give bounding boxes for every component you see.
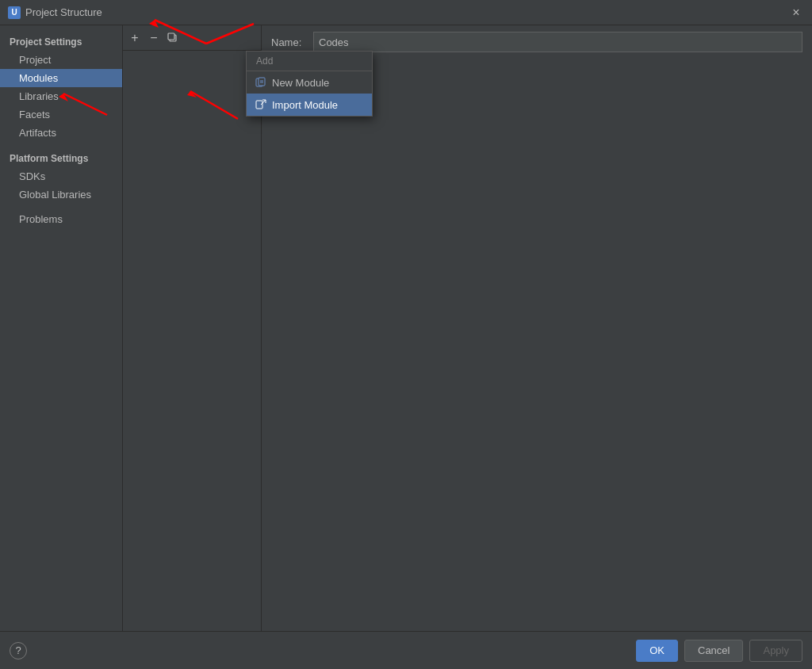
module-toolbar: + −	[123, 25, 261, 51]
sidebar-item-sdks[interactable]: SDKs	[0, 167, 122, 185]
module-section: + − Name:	[123, 25, 812, 631]
sidebar-item-facets[interactable]: Facets	[0, 105, 122, 124]
platform-settings-label: Platform Settings	[0, 148, 122, 167]
svg-rect-1	[168, 33, 174, 40]
dialog-buttons: OK Cancel Apply	[636, 640, 802, 662]
cancel-button[interactable]: Cancel	[684, 640, 743, 662]
new-module-label: New Module	[272, 77, 329, 89]
add-dropdown-menu: Add New Module	[246, 51, 373, 117]
sidebar-item-libraries[interactable]: Libraries	[0, 87, 122, 105]
bottom-bar: ? OK Cancel Apply	[0, 631, 812, 669]
apply-button[interactable]: Apply	[749, 640, 802, 662]
name-row: Name:	[271, 32, 802, 52]
svg-rect-3	[259, 78, 265, 86]
project-settings-label: Project Settings	[0, 32, 122, 51]
sidebar-item-modules[interactable]: Modules	[0, 69, 122, 87]
content-area: + − Name:	[123, 25, 812, 631]
dropdown-header: Add	[247, 52, 372, 71]
import-module-label: Import Module	[272, 99, 338, 111]
ok-button[interactable]: OK	[636, 640, 678, 662]
title-bar: U Project Structure ×	[0, 0, 812, 25]
name-label: Name:	[271, 36, 307, 48]
sidebar-item-project[interactable]: Project	[0, 51, 122, 69]
module-list-panel: + −	[123, 25, 262, 631]
sidebar-item-problems[interactable]: Problems	[0, 210, 122, 228]
app-icon: U	[8, 6, 21, 19]
sidebar-item-artifacts[interactable]: Artifacts	[0, 124, 122, 142]
main-layout: Project Settings Project Modules Librari…	[0, 25, 812, 631]
svg-rect-6	[256, 101, 262, 109]
new-module-item[interactable]: New Module	[247, 71, 372, 94]
import-module-icon	[255, 98, 267, 111]
close-button[interactable]: ×	[788, 5, 804, 21]
remove-button[interactable]: −	[145, 29, 163, 47]
sidebar: Project Settings Project Modules Librari…	[0, 25, 123, 631]
sidebar-item-global-libraries[interactable]: Global Libraries	[0, 185, 122, 204]
add-button[interactable]: +	[126, 29, 144, 47]
name-input[interactable]	[313, 32, 802, 52]
new-module-icon	[255, 76, 267, 89]
copy-button[interactable]	[164, 29, 182, 47]
help-button[interactable]: ?	[10, 642, 27, 659]
import-module-item[interactable]: Import Module	[247, 94, 372, 116]
window-title: Project Structure	[25, 6, 788, 18]
